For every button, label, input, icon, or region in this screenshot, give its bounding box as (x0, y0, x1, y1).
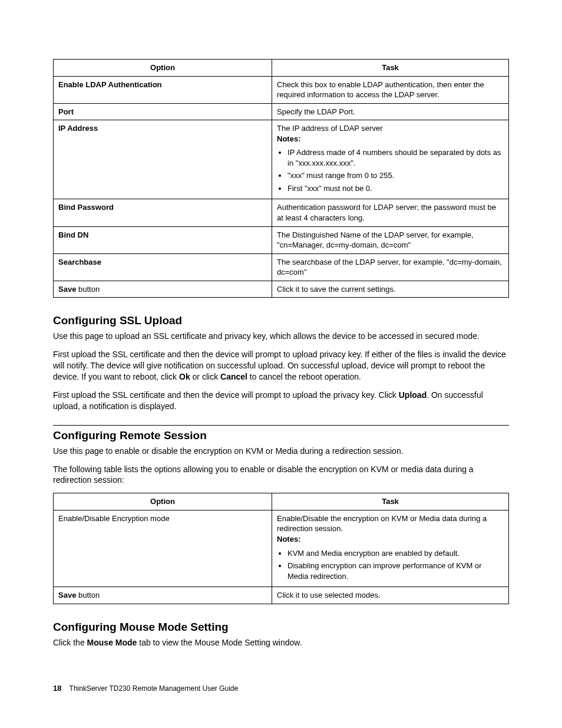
task-cell: Click it to use selected modes. (272, 587, 509, 604)
task-cell: The IP address of LDAP server Notes: IP … (272, 120, 509, 199)
document-page: Option Task Enable LDAP Authentication C… (0, 0, 562, 728)
table-row: Searchbase The searchbase of the LDAP se… (54, 253, 509, 281)
table-row: Save button Click it to use selected mod… (54, 587, 509, 604)
ssl-paragraph-2: First upload the SSL certificate and the… (53, 349, 509, 383)
page-footer: 18 ThinkServer TD230 Remote Management U… (53, 684, 238, 693)
option-suffix: button (76, 285, 100, 294)
option-label: Save (58, 591, 76, 599)
ssl-paragraph-3: First upload the SSL certificate and the… (53, 390, 509, 412)
task-cell: Authentication password for LDAP server;… (272, 199, 509, 226)
table-row: Enable LDAP Authentication Check this bo… (54, 76, 509, 103)
task-cell: Enable/Disable the encryption on KVM or … (272, 510, 509, 587)
note-item: "xxx" must range from 0 to 255. (287, 170, 504, 181)
table-row: Bind Password Authentication password fo… (54, 199, 509, 226)
option-label: Enable/Disable Encryption mode (54, 510, 272, 587)
note-item: First "xxx" must not be 0. (287, 183, 504, 194)
heading-ssl-upload: Configuring SSL Upload (53, 314, 509, 327)
task-intro: Enable/Disable the encryption on KVM or … (277, 514, 487, 533)
section-divider (53, 425, 509, 426)
option-label: IP Address (58, 124, 98, 133)
option-label: Save (58, 285, 76, 294)
option-label: Enable LDAP Authentication (58, 80, 162, 89)
col-header-task: Task (272, 493, 509, 510)
note-item: Disabling encryption can improve perform… (287, 561, 504, 581)
table-header-row: Option Task (54, 60, 509, 77)
notes-label: Notes: (277, 134, 300, 143)
notes-list: KVM and Media encryption are enabled by … (277, 548, 504, 582)
footer-title: ThinkServer TD230 Remote Management User… (70, 684, 239, 693)
task-cell: The Distinguished Name of the LDAP serve… (272, 226, 509, 253)
ssl-paragraph-1: Use this page to upload an SSL certifica… (53, 331, 509, 342)
notes-label: Notes: (277, 535, 300, 543)
option-suffix: button (76, 591, 100, 599)
task-cell: The searchbase of the LDAP server, for e… (272, 253, 509, 281)
option-label: Port (58, 107, 74, 116)
heading-remote-session: Configuring Remote Session (53, 429, 509, 442)
note-item: IP Address made of 4 numbers should be s… (287, 147, 504, 168)
table-header-row: Option Task (54, 493, 509, 510)
col-header-option: Option (54, 60, 272, 77)
remote-paragraph-1: Use this page to enable or disable the e… (53, 446, 509, 457)
ldap-options-table: Option Task Enable LDAP Authentication C… (53, 59, 509, 298)
task-cell: Click it to save the current settings. (272, 281, 509, 298)
task-intro: The IP address of LDAP server (277, 124, 382, 133)
table-row: Save button Click it to save the current… (54, 281, 509, 298)
task-cell: Check this box to enable LDAP authentica… (272, 76, 509, 103)
remote-session-table: Option Task Enable/Disable Encryption mo… (53, 493, 509, 604)
table-row: Bind DN The Distinguished Name of the LD… (54, 226, 509, 253)
col-header-task: Task (272, 60, 509, 77)
option-label: Bind DN (58, 230, 88, 239)
option-label: Bind Password (58, 203, 114, 212)
col-header-option: Option (54, 493, 272, 510)
table-row: IP Address The IP address of LDAP server… (54, 120, 509, 199)
mouse-paragraph: Click the Mouse Mode tab to view the Mou… (53, 637, 509, 648)
table-row: Enable/Disable Encryption mode Enable/Di… (54, 510, 509, 587)
heading-mouse-mode: Configuring Mouse Mode Setting (53, 621, 509, 634)
remote-paragraph-2: The following table lists the options al… (53, 464, 509, 486)
table-row: Port Specify the LDAP Port. (54, 103, 509, 120)
task-cell: Specify the LDAP Port. (272, 103, 509, 120)
page-number: 18 (53, 684, 61, 693)
note-item: KVM and Media encryption are enabled by … (287, 548, 504, 559)
notes-list: IP Address made of 4 numbers should be s… (277, 147, 504, 193)
option-label: Searchbase (58, 258, 101, 266)
